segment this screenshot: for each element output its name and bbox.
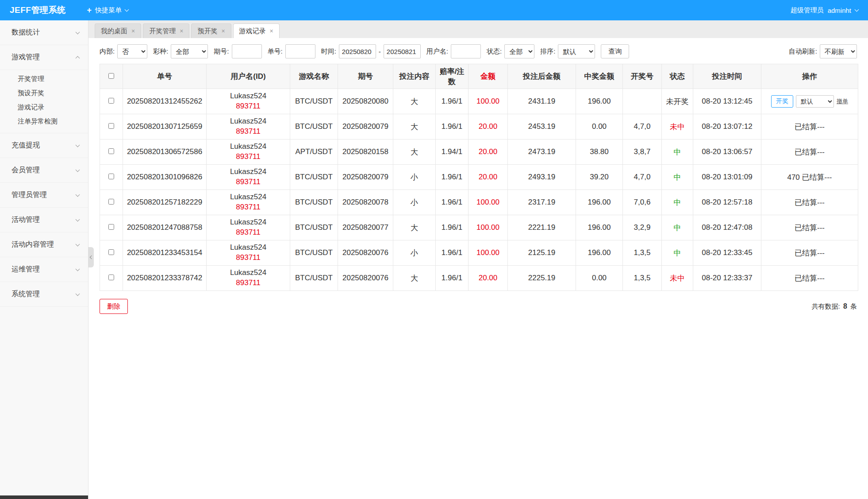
order-input[interactable] [285,44,315,58]
sidebar-item-label: 数据统计 [12,28,40,37]
sidebar-item-draw-management[interactable]: 开奖管理 [0,72,88,86]
cell-draw-no: 4,7,0 [623,114,662,139]
sidebar-item-member-management[interactable]: 会员管理 [0,158,88,183]
filter-status: 状态: 全部 [487,44,534,58]
cell-after-amount: 2125.19 [508,240,576,266]
draw-button[interactable]: 开奖 [771,95,793,108]
tab-label: 预开奖 [197,27,217,35]
cell-win-amount: 38.80 [576,139,623,165]
sidebar-item-game-management[interactable]: 游戏管理 [0,45,88,70]
close-icon[interactable]: × [131,28,135,34]
user-id-text: 893711 [208,253,288,263]
time-to-input[interactable] [384,44,421,58]
sidebar-item-abnormal-order-detection[interactable]: 注单异常检测 [0,114,88,128]
status-select[interactable]: 全部 [504,44,534,58]
internal-label: 内部: [100,47,115,56]
chevron-down-icon [855,8,859,12]
user-menu[interactable]: 超级管理员 adminht [791,6,858,15]
quick-menu-button[interactable]: + 快捷菜单 [87,6,128,15]
row-checkbox-cell [100,266,123,291]
tab-game-records[interactable]: 游戏记录 × [233,23,280,38]
time-from-input[interactable] [339,44,376,58]
select-all-checkbox[interactable] [108,73,114,79]
close-icon[interactable]: × [180,28,183,34]
filter-order: 单号: [268,44,315,58]
cell-game-name: BTC/USDT [290,240,338,266]
cell-status: 未开奖 [662,89,693,114]
cell-actions: 已结算--- [761,114,858,139]
status-badge: 中 [674,224,681,232]
total-unit: 条 [850,302,857,310]
status-badge: 未中 [670,274,685,282]
sidebar-item-admin-management[interactable]: 管理员管理 [0,183,88,208]
tab-pre-draw[interactable]: 预开奖 × [191,23,231,38]
cell-bet-content: 大 [393,215,436,240]
user-id-text: 893711 [208,202,288,213]
cell-actions: 开奖 默认 撤单 [761,89,858,114]
issue-input[interactable] [232,44,262,58]
cell-status: 中 [662,165,693,190]
row-checkbox[interactable] [108,174,114,179]
close-icon[interactable]: × [270,28,273,34]
draw-result-select[interactable]: 默认 [796,95,834,108]
row-checkbox[interactable] [108,275,114,280]
cell-after-amount: 2221.19 [508,215,576,240]
lottery-select[interactable]: 全部 [171,44,208,58]
row-checkbox[interactable] [108,98,114,104]
sort-select[interactable]: 默认 [558,44,595,58]
sidebar-item-game-records[interactable]: 游戏记录 [0,100,88,114]
internal-select[interactable]: 否 [117,44,147,58]
user-role: 超级管理员 [791,6,824,15]
sidebar-collapse-handle[interactable] [88,247,94,267]
cell-status: 未中 [662,266,693,291]
sidebar-item-label: 活动管理 [12,215,40,224]
filter-internal: 内部: 否 [100,44,147,58]
cell-actions: 已结算--- [761,215,858,240]
row-checkbox[interactable] [108,224,114,230]
tab-my-desktop[interactable]: 我的桌面 × [95,23,141,38]
row-checkbox[interactable] [108,199,114,205]
plus-icon: + [87,6,92,14]
table-row: 202508201257182229 Lukasz524 893711 BTC/… [100,190,858,215]
row-checkbox-cell [100,190,123,215]
cell-status: 未中 [662,114,693,139]
cell-actions: 已结算--- [761,240,858,266]
sidebar-item-system-management[interactable]: 系统管理 [0,282,88,307]
table-header-cell: 赔率/注数 [436,64,469,89]
username-input[interactable] [451,44,481,58]
cell-user: Lukasz524 893711 [207,266,290,291]
cancel-order-link[interactable]: 撤单 [837,97,848,105]
auto-refresh-group: 自动刷新: 不刷新 [789,44,857,58]
row-checkbox[interactable] [108,148,114,154]
delete-button[interactable]: 删除 [100,299,128,314]
cell-user: Lukasz524 893711 [207,215,290,240]
tab-draw-management[interactable]: 开奖管理 × [143,23,189,38]
user-id-text: 893711 [208,228,288,238]
cell-win-amount: 0.00 [576,266,623,291]
sidebar-item-label: 游戏管理 [12,53,40,62]
cell-after-amount: 2453.19 [508,114,576,139]
cell-odds: 1.94/1 [436,139,469,165]
row-checkbox[interactable] [108,249,114,255]
sidebar-item-operations-management[interactable]: 运维管理 [0,257,88,282]
sidebar-item-activity-management[interactable]: 活动管理 [0,208,88,232]
game-management-submenu: 开奖管理 预设开奖 游戏记录 注单异常检测 [0,70,88,133]
cell-actions: 已结算--- [761,139,858,165]
table-header-cell: 中奖金额 [576,64,623,89]
sidebar-item-activity-content-management[interactable]: 活动内容管理 [0,232,88,257]
cell-amount: 20.00 [469,139,508,165]
status-badge: 未中 [670,123,685,131]
sidebar-item-data-statistics[interactable]: 数据统计 [0,20,88,45]
close-icon[interactable]: × [221,28,225,34]
order-label: 单号: [268,47,283,56]
auto-refresh-select[interactable]: 不刷新 [820,44,857,58]
user-name: adminht [828,7,851,14]
sidebar-item-recharge-withdraw[interactable]: 充值提现 [0,133,88,158]
search-button[interactable]: 查询 [601,44,629,58]
sidebar-item-preset-draw[interactable]: 预设开奖 [0,86,88,100]
cell-user: Lukasz524 893711 [207,139,290,165]
cell-user: Lukasz524 893711 [207,114,290,139]
cell-actions: 已结算--- [761,266,858,291]
table-row: 202508201233453154 Lukasz524 893711 BTC/… [100,240,858,266]
row-checkbox[interactable] [108,123,114,129]
